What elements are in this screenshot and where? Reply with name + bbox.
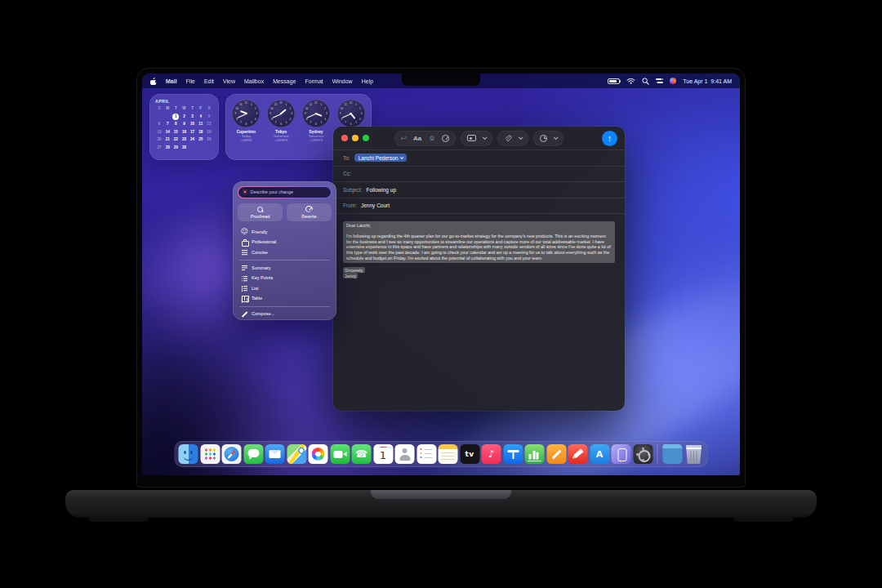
writing-tools-option-concise[interactable]: Concise	[238, 247, 332, 258]
photo-browser-icon[interactable]	[467, 135, 476, 141]
calendar-date[interactable]: 2	[180, 114, 188, 120]
minimize-window-button[interactable]	[352, 135, 359, 141]
calendar-date[interactable]: 26	[205, 136, 213, 143]
calendar-date[interactable]: 11	[197, 121, 205, 127]
menu-item-file[interactable]: File	[186, 78, 195, 84]
send-button[interactable]: ↑	[602, 131, 617, 146]
menu-item-view[interactable]: View	[223, 78, 235, 84]
menu-item-help[interactable]: Help	[362, 78, 373, 84]
recipient-token[interactable]: Lanchi Pederson	[354, 154, 407, 162]
calendar-date[interactable]: 27	[155, 145, 163, 151]
messages-icon[interactable]	[243, 444, 263, 464]
subject-field[interactable]: Subject: Following up	[333, 181, 625, 198]
calendar-date[interactable]: 24	[189, 136, 197, 143]
iphone-mirroring-icon[interactable]	[612, 444, 631, 464]
calendar-date[interactable]: 1	[172, 114, 180, 120]
chevron-down-icon[interactable]	[483, 135, 488, 140]
from-field[interactable]: From: Jenny Court	[333, 198, 625, 214]
calendar-date[interactable]: 28	[163, 145, 172, 151]
calendar-date[interactable]: 13	[155, 129, 163, 136]
safari-icon[interactable]	[222, 444, 242, 464]
menu-item-edit[interactable]: Edit	[204, 78, 214, 84]
send-later-icon[interactable]	[540, 135, 547, 142]
calendar-date[interactable]: 30	[180, 145, 188, 151]
battery-icon[interactable]	[608, 78, 620, 84]
calendar-date[interactable]: 8	[172, 121, 180, 127]
emoji-picker-icon[interactable]: ☺	[428, 135, 435, 142]
tv-icon[interactable]: tv	[460, 444, 479, 464]
calendar-date[interactable]: 6	[155, 121, 163, 127]
writing-tools-icon[interactable]	[442, 135, 449, 142]
app-store-icon[interactable]: A	[590, 444, 609, 464]
calendar-date[interactable]: 29	[172, 145, 180, 151]
menu-item-format[interactable]: Format	[305, 78, 323, 84]
proofread-button[interactable]: Proofread	[238, 203, 283, 221]
maps-icon[interactable]	[287, 444, 306, 464]
apple-menu-icon[interactable]	[150, 78, 157, 85]
pages-icon[interactable]	[546, 444, 566, 464]
calendar-date[interactable]: 22	[172, 136, 180, 143]
phone-icon[interactable]: ☎	[352, 444, 372, 464]
menu-app-name[interactable]: Mail	[166, 78, 177, 84]
calendar-date[interactable]: 18	[197, 129, 205, 136]
music-icon[interactable]: ♪	[482, 444, 501, 464]
calendar-date[interactable]: 10	[189, 121, 197, 127]
calendar-date[interactable]: 9	[180, 121, 188, 127]
close-window-button[interactable]	[341, 135, 348, 141]
writing-tools-option-list[interactable]: List	[238, 283, 332, 294]
zoom-window-button[interactable]	[363, 135, 369, 141]
describe-change-input[interactable]: Describe your change	[238, 187, 331, 198]
writing-tools-option-summary[interactable]: Summary	[238, 263, 332, 274]
calendar-date[interactable]: 7	[163, 121, 172, 127]
rocket-icon[interactable]	[568, 444, 588, 464]
rewrite-button[interactable]: Rewrite	[287, 203, 332, 221]
calendar-date[interactable]: 17	[189, 129, 197, 136]
spotlight-search-icon[interactable]	[642, 78, 649, 85]
calendar-date[interactable]: 25	[197, 136, 205, 143]
menu-item-window[interactable]: Window	[332, 78, 353, 84]
trash-icon[interactable]	[684, 444, 704, 464]
mail-icon[interactable]	[265, 444, 285, 464]
contacts-icon[interactable]	[395, 444, 415, 464]
chevron-down-icon[interactable]	[519, 135, 523, 140]
writing-tools-option-professional[interactable]: Professional	[238, 237, 332, 247]
undo-icon[interactable]: ↩	[401, 135, 408, 142]
chevron-down-icon[interactable]	[554, 135, 559, 140]
notes-icon[interactable]	[439, 444, 458, 464]
launchpad-icon[interactable]	[200, 444, 220, 464]
writing-tools-option-compose-[interactable]: Compose...	[238, 309, 332, 319]
finder-icon[interactable]	[179, 444, 198, 464]
calendar-date[interactable]: 20	[155, 136, 163, 143]
calendar-date[interactable]: 15	[172, 129, 180, 136]
message-body[interactable]: Dear Lanchi, I'm following up regarding …	[333, 213, 625, 411]
calendar-date[interactable]: 14	[163, 129, 172, 136]
menu-item-message[interactable]: Message	[273, 78, 296, 84]
downloads-folder-icon[interactable]	[662, 444, 682, 464]
calendar-date[interactable]: 12	[205, 121, 213, 127]
calendar-widget[interactable]: APRIL SMTWTFS123456789101112131415161718…	[149, 94, 219, 160]
control-center-icon[interactable]	[656, 78, 663, 84]
calendar-date[interactable]: 23	[180, 136, 188, 143]
calendar-date[interactable]: 3	[189, 114, 197, 120]
wifi-icon[interactable]	[626, 78, 635, 84]
calendar-date[interactable]: 4	[197, 114, 205, 120]
keynote-icon[interactable]	[503, 444, 523, 464]
calendar-date[interactable]: 16	[180, 129, 188, 136]
writing-tools-option-key-points[interactable]: Key Points	[238, 273, 332, 283]
calendar-date[interactable]: 19	[205, 129, 213, 136]
calendar-icon[interactable]: 1	[373, 444, 393, 464]
text-format-icon[interactable]: Aa	[413, 135, 421, 142]
reminders-icon[interactable]	[416, 444, 436, 464]
menu-item-mailbox[interactable]: Mailbox	[244, 78, 264, 84]
facetime-icon[interactable]	[330, 444, 350, 464]
cc-field[interactable]: Cc:	[333, 166, 625, 182]
siri-icon[interactable]	[670, 78, 677, 85]
calendar-date[interactable]: 5	[205, 114, 213, 120]
writing-tools-option-table[interactable]: Table	[238, 293, 332, 304]
numbers-icon[interactable]	[525, 444, 545, 464]
writing-tools-option-friendly[interactable]: Friendly	[238, 227, 332, 238]
to-field[interactable]: To: Lanchi Pederson	[333, 149, 625, 166]
menu-bar-clock[interactable]: Tue Apr 1 9:41 AM	[683, 78, 732, 84]
calendar-date[interactable]: 21	[163, 136, 172, 143]
attach-file-icon[interactable]	[504, 134, 512, 143]
